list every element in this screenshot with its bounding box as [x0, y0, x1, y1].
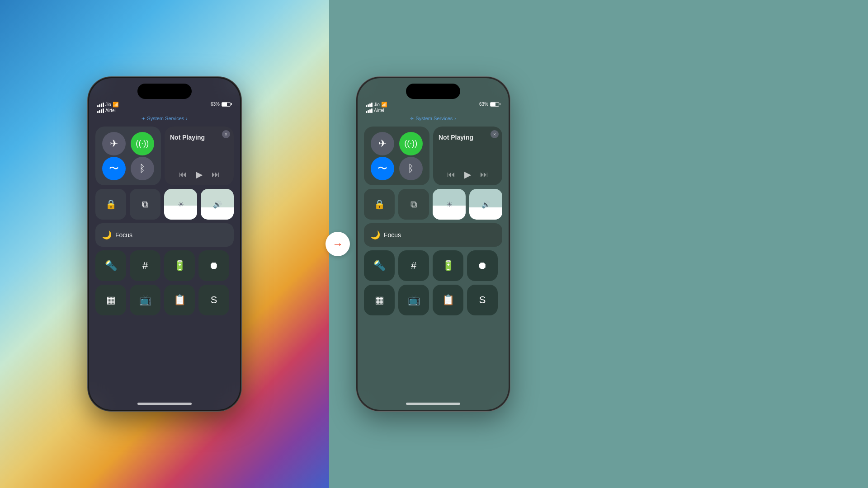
wifi-icon-right: 📶: [381, 102, 387, 108]
calculator-icon-right: #: [411, 260, 416, 272]
screen-mirror-btn-right[interactable]: ⧉: [398, 189, 429, 220]
flashlight-btn-right[interactable]: 🔦: [364, 250, 395, 281]
remote-btn-right[interactable]: 📺: [398, 285, 429, 315]
second-row-left: 🔒 ⧉ ☀ 🔊: [95, 189, 234, 220]
focus-label-left: Focus: [115, 231, 132, 239]
rewind-btn-right[interactable]: ⏮: [447, 170, 455, 179]
right-iphone-frame: Jio 📶 Airtel 63%: [356, 77, 510, 411]
mobile-data-circle-right[interactable]: ((·)): [399, 132, 423, 155]
battery-body-left: [222, 102, 231, 107]
bar2r: [368, 104, 369, 107]
battery-body-right: [490, 102, 499, 107]
left-iphone-screen: Jio 📶 Airtel 63%: [89, 78, 240, 410]
brightness-icon-left: ☀: [178, 200, 184, 209]
rewind-btn-left[interactable]: ⏮: [179, 170, 187, 179]
calculator-btn-left[interactable]: #: [130, 250, 160, 281]
record-btn-left[interactable]: ⏺: [198, 250, 229, 281]
mobile-data-btn-left[interactable]: ((·)): [128, 131, 157, 156]
mobile-data-btn-right[interactable]: ((·)): [397, 131, 425, 156]
airplane-btn-right[interactable]: ✈: [368, 131, 397, 156]
record-btn-right[interactable]: ⏺: [467, 250, 498, 281]
calculator-btn-right[interactable]: #: [398, 250, 429, 281]
left-background: Jio 📶 Airtel 63%: [0, 0, 329, 488]
screen-mirror-icon-right: ⧉: [410, 199, 417, 210]
wifi-btn-right[interactable]: 〜: [368, 156, 397, 181]
icon-row1-right: 🔦 # 🔋 ⏺: [364, 250, 502, 281]
bar7: [101, 109, 102, 113]
bluetooth-btn-right[interactable]: ᛒ: [397, 156, 425, 181]
bar8: [103, 108, 104, 113]
connectivity-panel-right: ✈ ((·)) 〜: [364, 127, 429, 185]
volume-slider-right[interactable]: 🔊: [469, 189, 502, 220]
notes-btn-left[interactable]: 📋: [164, 285, 195, 315]
home-bar-left: [137, 403, 192, 405]
flashlight-btn-left[interactable]: 🔦: [95, 250, 126, 281]
notes-icon-left: 📋: [174, 294, 186, 306]
battery-fill-right: [491, 103, 495, 106]
brightness-slider-right[interactable]: ☀: [433, 189, 466, 220]
home-indicator-right: [358, 397, 509, 410]
airplane-btn-left[interactable]: ✈: [100, 131, 128, 156]
battery-fill-left: [222, 103, 227, 106]
system-services-label-right: System Services: [415, 116, 453, 121]
wifi-circle-left[interactable]: 〜: [102, 157, 126, 180]
qr-icon-right: ▦: [375, 294, 384, 306]
bluetooth-circle-right[interactable]: ᛒ: [399, 157, 423, 180]
bar1r: [366, 105, 367, 107]
qr-btn-left[interactable]: ▦: [95, 285, 126, 315]
focus-row-left: 🌙 Focus: [95, 223, 234, 247]
shazam-btn-left[interactable]: S: [198, 285, 229, 315]
battery-btn-right[interactable]: 🔋: [433, 250, 463, 281]
np-title-left: Not Playing: [170, 134, 228, 141]
battery-btn-left[interactable]: 🔋: [164, 250, 195, 281]
chevron-right-right: ›: [454, 116, 456, 121]
volume-slider-left[interactable]: 🔊: [201, 189, 234, 220]
play-btn-left[interactable]: ▶: [196, 169, 203, 180]
shazam-btn-right[interactable]: S: [467, 285, 498, 315]
status-bar-left: Jio 📶 Airtel 63%: [89, 99, 240, 115]
np-close-btn-right[interactable]: ×: [491, 130, 499, 138]
system-services-right[interactable]: ✈ System Services ›: [358, 115, 509, 123]
qr-btn-right[interactable]: ▦: [364, 285, 395, 315]
wifi-circle-right[interactable]: 〜: [371, 157, 394, 180]
np-close-btn-left[interactable]: ×: [222, 130, 230, 138]
battery-percent-left: 63%: [211, 102, 220, 107]
play-btn-right[interactable]: ▶: [464, 169, 471, 180]
bluetooth-btn-left[interactable]: ᛒ: [128, 156, 157, 181]
right-background: Jio 📶 Airtel 63%: [329, 0, 868, 488]
screen-mirror-btn-left[interactable]: ⧉: [130, 189, 160, 220]
icon-row2-left: ▦ 📺 📋 S: [95, 285, 234, 315]
airplane-circle-right[interactable]: ✈: [371, 132, 394, 155]
airplane-circle-left[interactable]: ✈: [102, 132, 126, 155]
focus-btn-right[interactable]: 🌙 Focus: [364, 223, 502, 247]
np-title-right: Not Playing: [439, 134, 497, 141]
mobile-data-circle-left[interactable]: ((·)): [131, 132, 154, 155]
bar8r: [371, 108, 373, 113]
notes-icon-right: 📋: [442, 294, 454, 306]
lock-rotation-btn-right[interactable]: 🔒: [364, 189, 395, 220]
home-indicator-left: [89, 397, 240, 410]
screen-mirror-icon-left: ⧉: [142, 199, 148, 210]
bar2: [99, 104, 100, 107]
fastforward-btn-left[interactable]: ⏭: [212, 170, 220, 179]
focus-btn-left[interactable]: 🌙 Focus: [95, 223, 234, 247]
remote-icon-left: 📺: [139, 294, 151, 306]
bar4r: [371, 103, 373, 107]
bluetooth-circle-left[interactable]: ᛒ: [131, 157, 154, 180]
system-services-left[interactable]: ✈ System Services ›: [89, 115, 240, 123]
brightness-slider-left[interactable]: ☀: [164, 189, 197, 220]
wifi-icon-left: 📶: [113, 102, 119, 108]
cc-content-right: ✈ ((·)) 〜: [358, 123, 509, 397]
calculator-icon-left: #: [142, 260, 148, 272]
np-controls-left: ⏮ ▶ ⏭: [170, 169, 228, 180]
fastforward-btn-right[interactable]: ⏭: [480, 170, 488, 179]
lock-rotation-btn-left[interactable]: 🔒: [95, 189, 126, 220]
lock-rotation-icon-left: 🔒: [105, 199, 117, 210]
battery-tip-left: [231, 103, 232, 105]
focus-label-right: Focus: [384, 231, 401, 239]
notes-btn-right[interactable]: 📋: [433, 285, 463, 315]
wifi-btn-left[interactable]: 〜: [100, 156, 128, 181]
remote-btn-left[interactable]: 📺: [130, 285, 160, 315]
status-bar-right: Jio 📶 Airtel 63%: [358, 99, 509, 115]
dynamic-island-right: [406, 84, 460, 99]
